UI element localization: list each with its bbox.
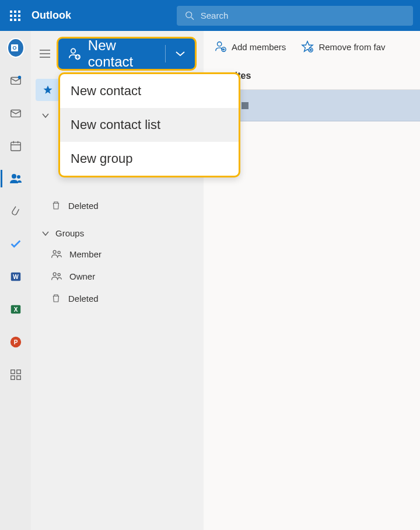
todo-icon [9, 238, 22, 250]
svg-rect-3 [10, 15, 12, 17]
attachment-icon [9, 205, 22, 218]
svg-point-14 [18, 76, 20, 79]
svg-point-41 [53, 273, 56, 276]
nav-item-label: Deleted [68, 294, 99, 304]
chevron-down-icon [41, 229, 50, 238]
powerpoint-rail-item[interactable]: P [7, 333, 24, 351]
outlook-app-icon[interactable]: O [7, 39, 24, 57]
powerpoint-icon: P [9, 336, 22, 348]
add-members-button[interactable]: Add members [214, 40, 286, 53]
svg-rect-8 [18, 19, 20, 21]
svg-point-35 [71, 48, 76, 53]
svg-point-9 [186, 12, 192, 18]
add-members-icon [214, 40, 227, 53]
sidebar-top: New contact [31, 31, 204, 76]
svg-text:P: P [13, 339, 18, 346]
mail-rail-item[interactable] [7, 72, 24, 89]
svg-point-40 [58, 251, 60, 253]
calendar-rail-item[interactable] [7, 137, 24, 155]
star-icon [43, 85, 53, 95]
word-icon: W [9, 270, 22, 283]
svg-rect-29 [16, 370, 20, 374]
new-contact-button: New contact [57, 37, 197, 71]
svg-point-21 [17, 175, 20, 179]
outlook-badge-icon: O [7, 38, 24, 58]
remove-favorites-button[interactable]: Remove from fav [301, 40, 385, 53]
search-box[interactable] [177, 6, 413, 26]
dropdown-item-new-contact-list[interactable]: New contact list [60, 108, 239, 142]
svg-rect-30 [10, 376, 14, 379]
dropdown-item-new-contact[interactable]: New contact [60, 74, 239, 108]
word-rail-item[interactable]: W [7, 268, 24, 285]
apps-icon [9, 368, 22, 381]
svg-rect-7 [14, 19, 16, 21]
svg-rect-0 [10, 11, 12, 13]
trash-icon [51, 293, 61, 304]
trash-icon [51, 200, 61, 211]
apps-rail-item[interactable] [7, 366, 24, 383]
groups-section: Groups Member Owner Deleted [31, 220, 204, 313]
svg-text:W: W [13, 274, 19, 280]
groups-owner-item[interactable]: Owner [31, 265, 204, 287]
groups-section-header[interactable]: Groups [31, 224, 204, 243]
excel-rail-item[interactable]: X [7, 301, 24, 318]
svg-rect-4 [14, 15, 16, 17]
svg-line-10 [191, 17, 194, 19]
mail-alt-rail-item[interactable] [7, 104, 24, 122]
excel-icon: X [9, 303, 22, 316]
new-contact-dropdown-toggle[interactable] [166, 51, 195, 57]
dropdown-item-new-group[interactable]: New group [60, 142, 239, 176]
search-icon [185, 11, 195, 21]
nav-item-label: Deleted [68, 201, 99, 211]
owner-icon [51, 271, 62, 281]
app-rail: O W X P [0, 31, 31, 530]
chevron-down-icon [175, 51, 186, 57]
checkbox-icon[interactable] [242, 102, 249, 109]
svg-rect-2 [18, 11, 20, 13]
calendar-icon [9, 140, 22, 152]
groups-label: Groups [55, 228, 84, 238]
mail-icon [9, 74, 22, 87]
svg-rect-16 [10, 142, 20, 151]
mail-alt-icon [9, 107, 22, 120]
svg-point-42 [58, 273, 60, 276]
groups-member-item[interactable]: Member [31, 243, 204, 265]
people-rail-item[interactable] [7, 170, 24, 187]
svg-point-20 [12, 174, 16, 179]
toolbar: Add members Remove from fav [204, 31, 420, 62]
toolbar-label: Add members [232, 42, 286, 52]
groups-deleted-item[interactable]: Deleted [31, 287, 204, 309]
people-icon [9, 172, 23, 186]
member-icon [51, 249, 62, 259]
app-name: Outlook [32, 9, 71, 22]
new-contact-icon [68, 46, 81, 61]
app-launcher-icon[interactable] [7, 8, 23, 24]
svg-point-43 [218, 42, 222, 46]
svg-point-39 [53, 250, 56, 253]
remove-star-icon [301, 40, 314, 53]
toolbar-label: Remove from fav [318, 42, 385, 52]
svg-rect-28 [10, 370, 14, 374]
contacts-deleted-item[interactable]: Deleted [31, 194, 204, 217]
new-contact-dropdown-menu: New contact New contact list New group [58, 72, 240, 177]
app-header: Outlook [0, 0, 420, 31]
svg-rect-6 [10, 19, 12, 21]
chevron-down-icon [41, 111, 50, 120]
svg-rect-31 [16, 376, 20, 379]
svg-text:X: X [13, 306, 18, 313]
nav-item-label: Owner [69, 271, 95, 281]
new-contact-main[interactable]: New contact [58, 37, 165, 70]
new-contact-label: New contact [88, 37, 156, 70]
todo-rail-item[interactable] [7, 235, 24, 253]
search-input[interactable] [201, 11, 405, 20]
nav-item-label: Member [69, 249, 102, 259]
svg-text:O: O [12, 45, 16, 51]
svg-rect-1 [14, 11, 16, 13]
hamburger-button[interactable] [38, 47, 52, 61]
files-rail-item[interactable] [7, 203, 24, 220]
svg-rect-5 [18, 15, 20, 17]
